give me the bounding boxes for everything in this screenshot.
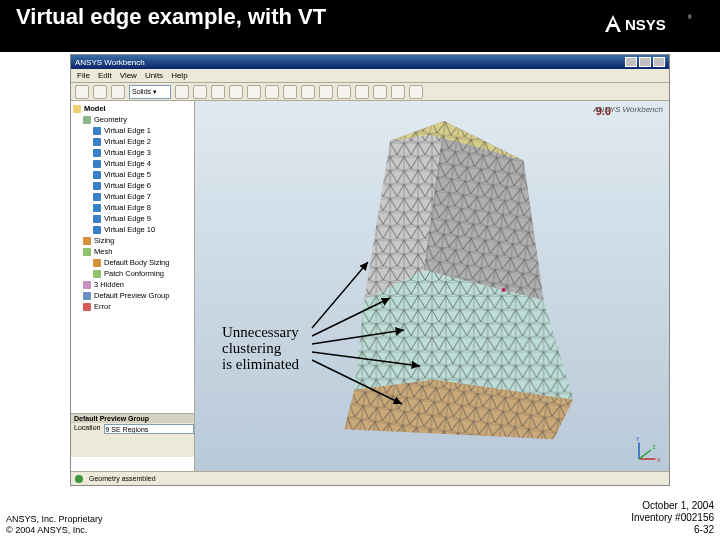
mesh-render [195, 101, 669, 471]
tool-front[interactable] [319, 85, 333, 99]
toolbar: Solids ▾ [71, 83, 669, 101]
tool-fit[interactable] [265, 85, 279, 99]
app-titlebar-text: ANSYS Workbench [75, 58, 145, 67]
tool-redo[interactable] [193, 85, 207, 99]
tree-sizing[interactable]: Sizing [83, 235, 192, 246]
status-text: Geometry assembled [89, 475, 156, 482]
tool-open[interactable] [93, 85, 107, 99]
tree-vedge-3[interactable]: Virtual Edge 3 [93, 147, 192, 158]
details-pane: Default Preview Group Location [71, 413, 195, 457]
annotation-text: Unnecessary clustering is eliminated [222, 324, 299, 372]
tree-vedge-6[interactable]: Virtual Edge 6 [93, 180, 192, 191]
svg-line-5 [639, 450, 651, 459]
tree-vedge-1[interactable]: Virtual Edge 1 [93, 125, 192, 136]
menu-view[interactable]: View [120, 71, 137, 80]
wb-label: ANSYS Workbench [593, 105, 663, 114]
app-window: ANSYS Workbench File Edit View Units Hel… [70, 54, 670, 486]
svg-point-2 [502, 288, 506, 292]
svg-text:X: X [657, 457, 661, 463]
svg-text:Y: Y [636, 436, 640, 442]
tool-box[interactable] [283, 85, 297, 99]
tool-right[interactable] [337, 85, 351, 99]
menu-help[interactable]: Help [171, 71, 187, 80]
tree-vedge-8[interactable]: Virtual Edge 8 [93, 202, 192, 213]
tool-shade[interactable] [409, 85, 423, 99]
tool-zoom[interactable] [247, 85, 261, 99]
svg-text:NSYS: NSYS [625, 16, 666, 33]
tree-mesh-body[interactable]: Default Body Sizing [93, 257, 192, 268]
tool-iso[interactable] [301, 85, 315, 99]
tool-wire[interactable] [391, 85, 405, 99]
app-titlebar: ANSYS Workbench [71, 55, 669, 69]
tree-model[interactable]: Model [73, 103, 192, 114]
tool-solids-dd[interactable]: Solids ▾ [129, 85, 171, 99]
tree-vedge-10[interactable]: Virtual Edge 10 [93, 224, 192, 235]
tree-mesh-patch[interactable]: Patch Conforming [93, 268, 192, 279]
menu-units[interactable]: Units [145, 71, 163, 80]
loc-value[interactable] [104, 424, 194, 434]
tree-hidden[interactable]: 3 Hidden [83, 279, 192, 290]
orientation-triad[interactable]: Y X Z [633, 435, 663, 465]
details-header: Default Preview Group [71, 414, 194, 423]
tree-vedge-2[interactable]: Virtual Edge 2 [93, 136, 192, 147]
graphics-canvas[interactable]: 9.0 ANSYS Workbench [195, 101, 669, 471]
menu-edit[interactable]: Edit [98, 71, 112, 80]
tree-vedge-4[interactable]: Virtual Edge 4 [93, 158, 192, 169]
footer-right: October 1, 2004 Inventory #002156 6-32 [631, 500, 714, 536]
status-bar: Geometry assembled [71, 471, 669, 485]
page-title: Virtual edge example, with VT [16, 4, 326, 30]
tree-vedge-5[interactable]: Virtual Edge 5 [93, 169, 192, 180]
tool-undo[interactable] [175, 85, 189, 99]
tree-prevgrp[interactable]: Default Preview Group [83, 290, 192, 301]
tree-mesh[interactable]: Mesh [83, 246, 192, 257]
tree-error[interactable]: Error [83, 301, 192, 312]
tool-rotate[interactable] [211, 85, 225, 99]
status-ok-icon [75, 475, 83, 483]
tool-top[interactable] [355, 85, 369, 99]
close-button[interactable] [653, 57, 665, 67]
tool-save[interactable] [111, 85, 125, 99]
svg-text:®: ® [688, 14, 692, 20]
menu-file[interactable]: File [77, 71, 90, 80]
menu-bar: File Edit View Units Help [71, 69, 669, 83]
tool-pan[interactable] [229, 85, 243, 99]
footer-left: ANSYS, Inc. Proprietary © 2004 ANSYS, In… [6, 514, 103, 536]
minimize-button[interactable] [625, 57, 637, 67]
svg-text:Z: Z [653, 444, 657, 450]
tree-geometry[interactable]: Geometry [83, 114, 192, 125]
tool-new[interactable] [75, 85, 89, 99]
maximize-button[interactable] [639, 57, 651, 67]
tree-vedge-7[interactable]: Virtual Edge 7 [93, 191, 192, 202]
tree-vedge-9[interactable]: Virtual Edge 9 [93, 213, 192, 224]
loc-label: Location [74, 424, 100, 434]
tool-mesh[interactable] [373, 85, 387, 99]
